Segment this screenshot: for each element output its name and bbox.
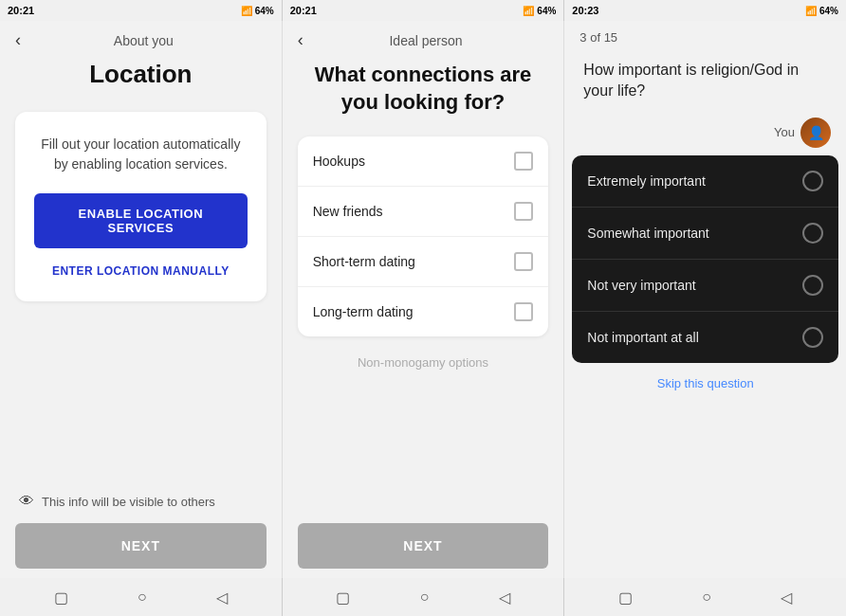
option-friends-label: New friends xyxy=(313,204,383,219)
status-segment-3: 20:23 📶 64% xyxy=(564,0,846,21)
bottom-navigation: ▢ ○ ◁ ▢ ○ ◁ ▢ ○ ◁ xyxy=(0,578,846,616)
panel-religion: 3 of 15 How important is religion/God in… xyxy=(564,21,846,578)
checkbox-friends[interactable] xyxy=(514,202,533,221)
user-row: You 👤 xyxy=(564,114,846,155)
status-segment-2: 20:21 📶 64% xyxy=(283,0,565,21)
time-2: 20:21 xyxy=(290,5,317,16)
answer-not-very[interactable]: Not very important xyxy=(572,260,838,312)
signal-icon-3: 📶 xyxy=(805,6,817,16)
signal-icon-1: 📶 xyxy=(241,6,252,16)
radio-notvery[interactable] xyxy=(802,275,823,296)
panel1-header: ‹ About you xyxy=(0,21,282,56)
nav-back-icon-2[interactable]: ◁ xyxy=(499,589,510,607)
you-label: You xyxy=(774,125,795,139)
status-icons-1: 📶 64% xyxy=(241,6,274,16)
option-shortterm-label: Short-term dating xyxy=(313,254,415,269)
panel-connections: ‹ Ideal person What connections are you … xyxy=(283,21,565,578)
answer-somewhat-label: Somewhat important xyxy=(587,226,708,241)
time-3: 20:23 xyxy=(572,5,598,16)
eye-icon: 👁 xyxy=(19,493,34,510)
checkbox-shortterm[interactable] xyxy=(514,252,533,271)
battery-1: 64% xyxy=(255,6,274,16)
panel2-header-title: Ideal person xyxy=(303,33,549,48)
radio-somewhat[interactable] xyxy=(802,223,823,244)
answer-notvery-label: Not very important xyxy=(587,278,695,293)
nav-square-icon-2[interactable]: ▢ xyxy=(336,589,350,607)
panel2-header: ‹ Ideal person xyxy=(283,21,564,56)
nav-back-icon-1[interactable]: ◁ xyxy=(216,589,228,607)
time-1: 20:21 xyxy=(8,5,34,16)
location-card-text: Fill out your location automatically by … xyxy=(34,135,248,174)
skip-question-link[interactable]: Skip this question xyxy=(564,363,846,404)
battery-2: 64% xyxy=(537,6,556,16)
nav-back-icon-3[interactable]: ◁ xyxy=(781,589,792,607)
answers-list: Extremely important Somewhat important N… xyxy=(572,155,838,363)
nav-square-icon-1[interactable]: ▢ xyxy=(54,589,68,607)
radio-extremely[interactable] xyxy=(802,171,823,191)
bottom-nav-3: ▢ ○ ◁ xyxy=(564,578,846,616)
nav-square-icon-3[interactable]: ▢ xyxy=(618,589,633,607)
answer-extremely[interactable]: Extremely important xyxy=(572,155,838,208)
nav-circle-icon-2[interactable]: ○ xyxy=(420,589,430,606)
answer-extremely-label: Extremely important xyxy=(587,173,705,189)
option-short-term[interactable]: Short-term dating xyxy=(298,237,549,287)
next-button-1[interactable]: NEXT xyxy=(15,523,267,569)
info-row: 👁 This info will be visible to others xyxy=(0,481,282,521)
status-segment-1: 20:21 📶 64% xyxy=(0,0,283,21)
main-content: ‹ About you Location Fill out your locat… xyxy=(0,21,846,578)
bottom-nav-1: ▢ ○ ◁ xyxy=(0,578,283,616)
location-title: Location xyxy=(0,56,282,104)
checkbox-longterm[interactable] xyxy=(514,302,533,321)
panel3-header: 3 of 15 xyxy=(564,21,846,50)
non-monogamy-link[interactable]: Non-monogamy options xyxy=(283,342,564,383)
option-long-term[interactable]: Long-term dating xyxy=(298,287,549,336)
next-button-2[interactable]: NEXT xyxy=(298,523,549,569)
connections-options-card: Hookups New friends Short-term dating Lo… xyxy=(298,136,549,336)
nav-circle-icon-1[interactable]: ○ xyxy=(138,589,147,606)
checkbox-hookups[interactable] xyxy=(514,152,533,171)
enable-location-button[interactable]: ENABLE LOCATION SERVICES xyxy=(34,193,248,248)
battery-3: 64% xyxy=(819,6,838,16)
progress-text: 3 of 15 xyxy=(579,30,617,45)
location-card: Fill out your location automatically by … xyxy=(15,112,267,301)
status-bar: 20:21 📶 64% 20:21 📶 64% 20:23 📶 64% xyxy=(0,0,846,21)
panel-location: ‹ About you Location Fill out your locat… xyxy=(0,21,283,578)
answer-somewhat[interactable]: Somewhat important xyxy=(572,208,838,260)
option-hookups[interactable]: Hookups xyxy=(298,136,549,187)
answer-notatall-label: Not important at all xyxy=(587,330,699,345)
user-avatar: 👤 xyxy=(800,118,831,148)
radio-notatall[interactable] xyxy=(802,327,823,348)
option-longterm-label: Long-term dating xyxy=(313,304,414,319)
panel1-header-title: About you xyxy=(21,33,267,48)
answer-not-at-all[interactable]: Not important at all xyxy=(572,312,838,363)
status-icons-2: 📶 64% xyxy=(523,6,556,16)
nav-circle-icon-3[interactable]: ○ xyxy=(702,589,711,606)
enter-manually-link[interactable]: ENTER LOCATION MANUALLY xyxy=(52,264,230,278)
info-text: This info will be visible to others xyxy=(42,495,215,509)
connections-question: What connections are you looking for? xyxy=(283,56,564,131)
signal-icon-2: 📶 xyxy=(523,6,534,16)
bottom-nav-2: ▢ ○ ◁ xyxy=(283,578,565,616)
option-hookups-label: Hookups xyxy=(313,154,365,169)
option-new-friends[interactable]: New friends xyxy=(298,187,549,237)
religion-question: How important is religion/God in your li… xyxy=(564,50,846,114)
status-icons-3: 📶 64% xyxy=(805,6,838,16)
